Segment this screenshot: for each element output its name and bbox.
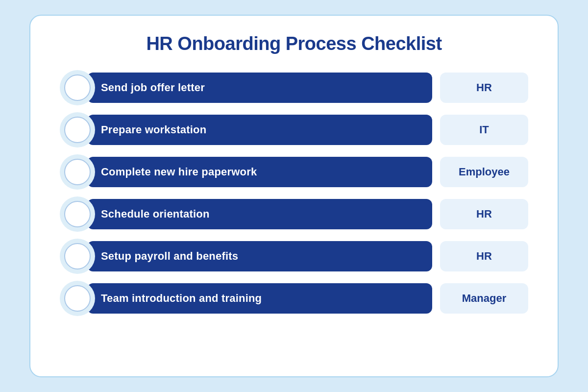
checklist-row: Send job offer letterHR [60, 70, 528, 105]
task-label: Schedule orientation [87, 199, 432, 229]
owner-badge: IT [440, 115, 528, 145]
checkbox-6[interactable] [60, 281, 95, 316]
page-title: HR Onboarding Process Checklist [60, 33, 528, 54]
checklist-row: Team introduction and trainingManager [60, 281, 528, 316]
checkbox-3[interactable] [60, 154, 95, 190]
checklist-card: HR Onboarding Process Checklist Send job… [29, 15, 559, 377]
owner-badge: Employee [440, 157, 528, 187]
task-label: Complete new hire paperwork [87, 157, 432, 187]
task-label: Setup payroll and benefits [87, 241, 432, 271]
task-label: Prepare workstation [87, 115, 432, 145]
checkbox-inner [64, 201, 91, 227]
checkbox-inner [64, 74, 91, 101]
owner-badge: HR [440, 241, 528, 271]
checkbox-1[interactable] [60, 70, 95, 105]
checklist-row: Prepare workstationIT [60, 112, 528, 147]
checklist-row: Schedule orientationHR [60, 196, 528, 232]
checkbox-inner [64, 117, 91, 143]
checkbox-4[interactable] [60, 196, 95, 232]
checklist-row: Complete new hire paperworkEmployee [60, 154, 528, 190]
checklist-list: Send job offer letterHRPrepare workstati… [60, 70, 528, 316]
checkbox-inner [64, 285, 91, 312]
checkbox-5[interactable] [60, 239, 95, 274]
task-label: Team introduction and training [87, 283, 432, 314]
checkbox-2[interactable] [60, 112, 95, 147]
checkbox-inner [64, 159, 91, 185]
owner-badge: Manager [440, 283, 528, 314]
owner-badge: HR [440, 73, 528, 103]
owner-badge: HR [440, 199, 528, 229]
task-label: Send job offer letter [87, 73, 432, 103]
checkbox-inner [64, 243, 91, 270]
checklist-row: Setup payroll and benefitsHR [60, 239, 528, 274]
